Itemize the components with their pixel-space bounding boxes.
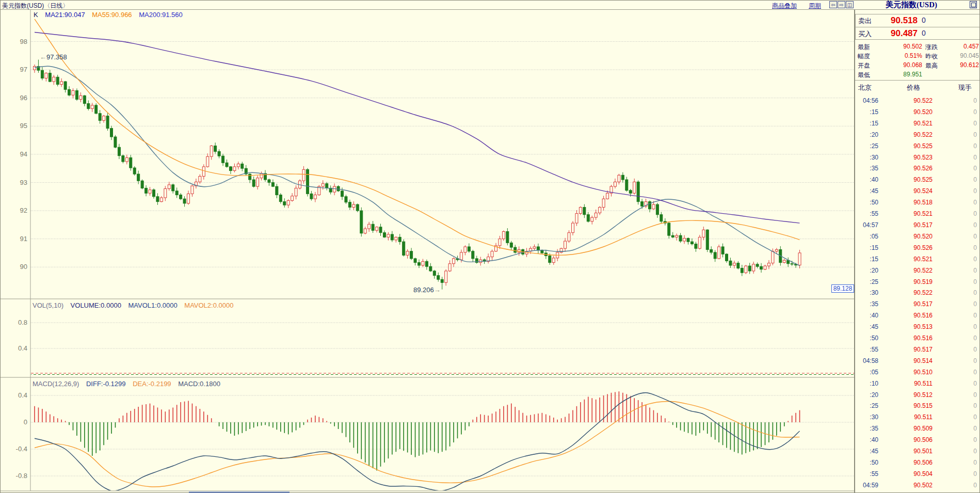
change-value: 0.457 (938, 43, 979, 50)
tick-vol: 0 (948, 300, 977, 308)
tick-time: :30 (855, 414, 878, 421)
tick-vol: 0 (948, 289, 977, 296)
tick-row[interactable]: :2590.5150 (855, 401, 980, 412)
tick-row[interactable]: :5590.5170 (855, 344, 980, 356)
range-label: 幅度 (858, 52, 870, 61)
price-axis-label: 95 (3, 122, 27, 130)
restore-window-icon[interactable] (970, 1, 977, 8)
tick-row[interactable]: :3090.5230 (855, 152, 980, 164)
tick-row[interactable]: :1090.5110 (855, 378, 980, 390)
tick-price: 90.523 (886, 154, 933, 161)
arrow-left-icon[interactable]: ⇦ (829, 1, 837, 8)
tick-row[interactable]: :4090.5160 (855, 310, 980, 322)
tick-price: 90.517 (886, 221, 933, 229)
overlay-link[interactable]: 商品叠加 (772, 2, 797, 10)
tick-vol: 0 (948, 199, 977, 206)
period-link[interactable]: 周期 (809, 2, 821, 10)
tick-row[interactable]: :5590.5210 (855, 209, 980, 220)
tick-price: 90.502 (886, 482, 933, 489)
tick-row[interactable]: :3590.5090 (855, 423, 980, 435)
tick-price: 90.516 (886, 312, 933, 319)
tick-row[interactable]: 04:5990.5020 (855, 480, 980, 491)
sell-quote-box[interactable]: 卖出 90.518 0 (855, 14, 980, 27)
tick-row[interactable]: 04:5890.5140 (855, 356, 980, 367)
tick-header-price: 价格 (907, 83, 920, 92)
tick-price: 90.521 (886, 256, 933, 263)
tick-time: :30 (855, 289, 878, 296)
tick-row[interactable]: :5090.5060 (855, 457, 980, 469)
tick-time: :40 (855, 176, 878, 183)
tick-row[interactable]: :5090.5180 (855, 197, 980, 209)
tick-vol: 0 (948, 391, 977, 399)
tick-row[interactable]: :2590.5250 (855, 141, 980, 152)
buy-quote-box[interactable]: 买入 90.487 0 (855, 27, 980, 40)
tick-row[interactable]: :1590.5200 (855, 107, 980, 118)
tick-row[interactable]: :4590.5010 (855, 446, 980, 457)
tick-vol: 0 (948, 459, 977, 466)
tick-price: 90.526 (886, 165, 933, 172)
quote-panel: 卖出 90.518 0 买入 90.487 0 最新 90.502 涨跌 0.4… (855, 9, 980, 493)
sell-label: 卖出 (858, 17, 872, 26)
tick-row[interactable]: :2090.5220 (855, 265, 980, 277)
volume-legend-mavol2: MAVOL2:0.0000 (184, 301, 233, 309)
tick-header-time: 北京 (858, 83, 872, 92)
tick-time: :20 (855, 391, 878, 399)
tick-row[interactable]: :2090.5120 (855, 390, 980, 401)
tick-time: :35 (855, 425, 878, 432)
tick-row[interactable]: :4090.5060 (855, 435, 980, 446)
tick-price: 90.522 (886, 131, 933, 138)
macd-legend: MACD(12,26,9) DIFF:-0.1299 DEA:-0.2199 M… (33, 380, 226, 388)
tick-price: 90.514 (886, 357, 933, 364)
tick-list[interactable]: 04:5690.5220:1590.5200:1590.5210:2090.52… (855, 96, 980, 492)
tick-row[interactable]: :0590.5200 (855, 231, 980, 243)
tick-row[interactable]: :0590.5100 (855, 367, 980, 378)
buy-price: 90.487 (875, 28, 918, 39)
macd-diff-line (35, 393, 800, 491)
kline-chart-area[interactable]: K MA21:90.047 MA55:90.966 MA200:91.560 V… (1, 1, 855, 493)
tick-price: 90.501 (886, 448, 933, 455)
split-window-icon[interactable]: ◫ (846, 1, 854, 8)
tick-time: :15 (855, 244, 878, 251)
tick-row[interactable]: :5590.5040 (855, 469, 980, 480)
tick-row[interactable]: 04:5790.5170 (855, 220, 980, 231)
tick-time: :55 (855, 210, 878, 217)
tick-row[interactable]: :4090.5250 (855, 174, 980, 186)
tick-vol: 0 (948, 436, 977, 443)
tick-row[interactable]: 04:5690.5220 (855, 96, 980, 107)
tick-price: 90.525 (886, 142, 933, 150)
tick-row[interactable]: :4590.5240 (855, 186, 980, 197)
price-axis-label: 98 (3, 38, 27, 45)
tick-price: 90.524 (886, 187, 933, 195)
kline-chart-canvas[interactable] (1, 1, 855, 493)
tick-price: 90.512 (886, 391, 933, 399)
trading-terminal-window: K MA21:90.047 MA55:90.966 MA200:91.560 V… (0, 0, 980, 493)
tick-row[interactable]: :3590.5170 (855, 299, 980, 310)
kline-legend: K MA21:90.047 MA55:90.966 MA200:91.560 (34, 11, 188, 19)
price-axis-label: 97 (3, 66, 27, 73)
tick-row[interactable]: :2590.5190 (855, 277, 980, 288)
tick-row[interactable]: :1590.5210 (855, 254, 980, 265)
tick-row[interactable]: :5090.5160 (855, 333, 980, 344)
arrow-right-icon[interactable]: ⇨ (838, 1, 845, 8)
tick-row[interactable]: :4590.5130 (855, 322, 980, 333)
volume-legend-mavol1: MAVOL1:0.0000 (128, 301, 178, 309)
tick-vol: 0 (948, 323, 977, 330)
volume-legend: VOL(5,10) VOLUME:0.0000 MAVOL1:0.0000 MA… (33, 301, 238, 309)
tick-row[interactable]: :3590.5260 (855, 163, 980, 174)
tick-row[interactable]: :1590.5210 (855, 118, 980, 130)
tick-row[interactable]: :3090.5110 (855, 412, 980, 423)
tick-price: 90.519 (886, 278, 933, 285)
tick-row[interactable]: :1590.5260 (855, 243, 980, 254)
tick-price: 90.521 (886, 210, 933, 217)
tick-row[interactable]: :3090.5220 (855, 288, 980, 299)
tick-price: 90.511 (886, 414, 933, 421)
tick-time: :45 (855, 323, 878, 330)
tick-vol: 0 (948, 165, 977, 172)
tick-price: 90.520 (886, 233, 933, 240)
tick-time: :25 (855, 402, 878, 409)
tick-time: :20 (855, 131, 878, 138)
price-axis-label: 96 (3, 94, 27, 102)
tick-row[interactable]: :2090.5220 (855, 130, 980, 141)
price-axis-label: 91 (3, 235, 27, 243)
range-value: 0.51% (876, 52, 922, 59)
